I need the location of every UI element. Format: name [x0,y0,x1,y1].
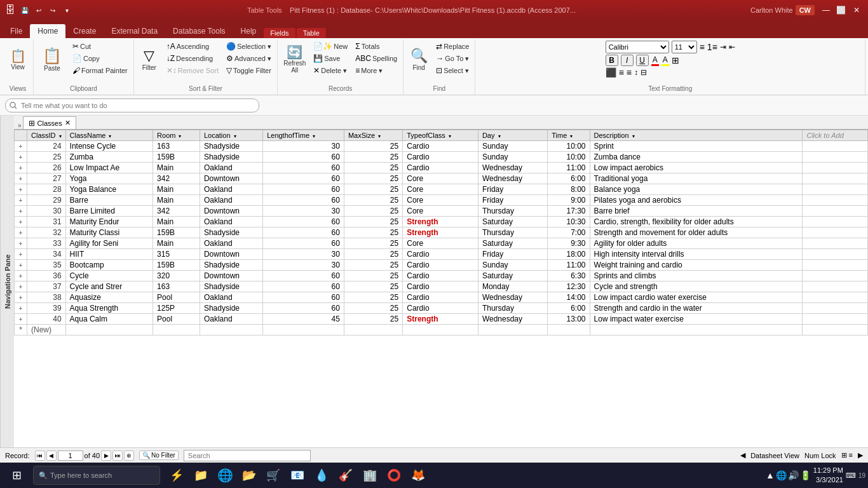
taskbar-folder-btn[interactable]: 📂 [238,464,261,487]
row-height-btn[interactable]: ⊟ [641,68,647,77]
table-row[interactable]: + 37 Cycle and Strer 163 Shadyside 60 25… [15,281,868,292]
taskbar-search[interactable]: 🔍 Type here to search [33,466,160,485]
row-expander[interactable]: + [15,281,27,292]
goto-btn[interactable]: → Go To ▾ [433,53,472,64]
col-time[interactable]: Time ▾ [548,130,590,141]
row-expander[interactable]: + [15,141,27,152]
taskbar-dropbox-btn[interactable]: 💧 [310,464,333,487]
table-row[interactable]: + 33 Agility for Seni Main Oakland 60 25… [15,238,868,249]
table-row[interactable]: + 39 Aqua Strength 125P Shadyside 60 25 … [15,303,868,314]
font-name-select[interactable]: Calibri [606,41,669,53]
view-btn[interactable]: 📋 View [5,41,31,79]
table-row[interactable]: + 26 Low Impact Ae Main Oakland 60 25 Ca… [15,163,868,173]
view-icons[interactable]: ⊞ ≡ [841,451,853,459]
indent-icon[interactable]: ⇥ [720,43,726,51]
col-room[interactable]: Room ▾ [153,130,200,141]
more-btn[interactable]: ≡ More ▾ [352,65,400,76]
bold-btn[interactable]: B [606,55,618,66]
tab-database-tools[interactable]: Database Tools [165,24,233,38]
row-expander[interactable]: + [15,260,27,271]
tell-me-input[interactable] [5,98,259,112]
font-color-btn[interactable]: A [651,55,659,66]
row-expander[interactable]: + [15,238,27,249]
row-expander[interactable]: + [15,227,27,238]
row-expander[interactable]: + [15,163,27,173]
minimize-btn[interactable]: — [820,4,832,17]
taskbar-access-btn[interactable]: ⭕ [383,464,405,487]
taskbar-file-explorer-btn[interactable]: 📁 [189,464,212,487]
row-expander[interactable]: + [15,249,27,260]
table-row[interactable]: + 36 Cycle 320 Downtown 60 25 Cardio Sat… [15,271,868,281]
totals-btn[interactable]: Σ Totals [352,41,400,52]
taskbar-app7-btn[interactable]: 🎸 [334,464,357,487]
table-row[interactable]: + 38 Aquasize Pool Oakland 60 25 Cardio … [15,292,868,303]
row-expander[interactable]: + [15,303,27,314]
line-spacing-btn[interactable]: ↕ [634,68,638,77]
tab-create[interactable]: Create [65,24,104,38]
taskbar-edge-btn[interactable]: 🌐 [214,464,236,487]
ascending-btn[interactable]: ↑A Ascending [163,41,222,52]
tab-fields[interactable]: Fields [264,28,295,38]
row-expander[interactable]: + [15,271,27,281]
close-btn[interactable]: ✕ [850,4,863,17]
descending-btn[interactable]: ↓Z Descending [163,53,222,64]
list-icon[interactable]: ≡ [700,42,705,52]
find-btn[interactable]: 🔍 Find [406,41,431,79]
table-row[interactable]: + 40 Aqua Calm Pool Oakland 45 25 Streng… [15,314,868,325]
row-expander[interactable]: + [15,314,27,325]
tab-home[interactable]: Home [30,24,65,38]
col-click-add[interactable]: Click to Add [803,130,868,141]
spelling-btn[interactable]: ABC Spelling [352,53,400,64]
tab-table[interactable]: Table [297,28,326,38]
table-row[interactable]: + 32 Maturity Classi 159B Shadyside 60 2… [15,227,868,238]
replace-btn[interactable]: ⇄ Replace [433,41,472,52]
taskbar-teams-btn[interactable]: 🏢 [358,464,381,487]
select-btn[interactable]: ⊡ Select ▾ [433,65,472,76]
table-row[interactable]: + 29 Barre Main Oakland 60 25 Core Frida… [15,195,868,206]
first-record-btn[interactable]: ⏮ [35,451,45,461]
no-filter-btn[interactable]: 🔍 No Filter [139,451,179,460]
table-row[interactable]: + 25 Zumba 159B Shadyside 60 25 Cardio S… [15,152,868,163]
row-expander[interactable]: + [15,173,27,184]
tab-help[interactable]: Help [233,24,264,38]
align-center-btn[interactable]: ≡ [619,67,624,78]
align-right-btn[interactable]: ≡ [627,67,632,78]
taskbar-chrome-btn[interactable]: 🦊 [407,464,430,487]
taskbar-mail-btn[interactable]: 📧 [286,464,309,487]
undo-btn[interactable]: ↩ [33,4,44,16]
col-length[interactable]: LengthofTime ▾ [263,130,344,141]
table-row[interactable]: + 28 Yoga Balance Main Oakland 60 25 Cor… [15,184,868,195]
record-number-input[interactable] [58,451,83,461]
underline-btn[interactable]: U [636,55,649,66]
table-row[interactable]: + 34 HIIT 315 Downtown 30 25 Cardio Frid… [15,249,868,260]
col-classname[interactable]: ClassName ▾ [65,130,153,141]
format-painter-btn[interactable]: 🖌 Format Painter [69,65,131,76]
start-btn[interactable]: ⊞ [3,463,31,488]
new-btn[interactable]: 📄✨ New [310,41,351,52]
advanced-btn[interactable]: ⚙ Advanced ▾ [223,53,275,64]
tray-sound-icon[interactable]: 🔊 [788,470,799,480]
table-search-input[interactable] [184,450,311,461]
navigation-pane[interactable]: Navigation Pane [0,116,14,447]
filter-btn[interactable]: ▽ Filter [137,41,162,79]
taskbar-store-btn[interactable]: 🛒 [262,464,285,487]
paste-btn[interactable]: 📋 Paste [36,41,68,79]
table-row[interactable]: + 24 Intense Cycle 163 Shadyside 30 25 C… [15,141,868,152]
prev-record-btn[interactable]: ◀ [46,451,57,461]
col-day[interactable]: Day ▾ [478,130,547,141]
gridlines-btn[interactable]: ⊞ [672,55,679,65]
table-row[interactable]: + 31 Maturity Endur Main Oakland 60 25 S… [15,217,868,227]
new-row[interactable]: * (New) [15,325,868,336]
table-row[interactable]: + 35 Bootcamp 159B Shadyside 30 25 Cardi… [15,260,868,271]
delete-btn[interactable]: ✕ Delete ▾ [310,65,351,76]
tab-external-data[interactable]: External Data [104,24,165,38]
tray-up-icon[interactable]: ▲ [766,470,775,480]
refresh-btn[interactable]: 🔄 RefreshAll [280,41,309,79]
table-row[interactable]: + 27 Yoga 342 Downtown 60 25 Core Wednes… [15,173,868,184]
col-classid[interactable]: ClassID ▾ [27,130,66,141]
taskbar-cortana-btn[interactable]: ⚡ [165,464,188,487]
list-num-icon[interactable]: 1≡ [707,42,717,52]
last-record-btn[interactable]: ⏭ [112,451,123,461]
col-description[interactable]: Description ▾ [590,130,803,141]
align-left-btn[interactable]: ⬛ [606,67,616,78]
